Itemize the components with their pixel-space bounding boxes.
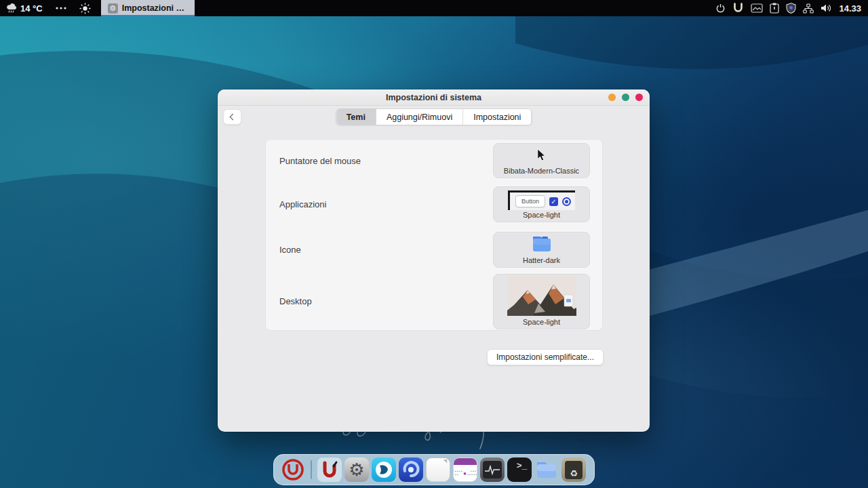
screenshot-icon (751, 3, 763, 13)
weather-temp: 14 °C (20, 3, 43, 14)
window-title: Impostazioni di sistema (386, 93, 481, 102)
application-theme-card[interactable]: Button ✓ Space-light (493, 186, 590, 222)
desktop: 14 °C ⚙ Impostazioni di... (0, 0, 868, 488)
taskbar-item-settings[interactable]: ⚙ Impostazioni di... (101, 0, 195, 16)
system-monitor-icon[interactable] (480, 458, 505, 482)
window-nav-row: Temi Aggiungi/Rimuovi Impostazioni (218, 106, 650, 138)
minimize-button[interactable] (608, 94, 616, 101)
icon-theme-name: Hatter-dark (523, 256, 560, 264)
preview-checkbox-icon: ✓ (549, 197, 558, 206)
network-status[interactable] (800, 0, 817, 16)
tab-bar: Temi Aggiungi/Rimuovi Impostazioni (336, 108, 532, 125)
icon-theme-card[interactable]: Hatter-dark (493, 232, 590, 268)
folder-icon (530, 235, 553, 253)
brightness-control[interactable] (73, 0, 97, 16)
volume-control[interactable] (817, 0, 835, 16)
security-status[interactable] (783, 0, 800, 16)
dots-menu[interactable] (49, 0, 73, 16)
calendar-grid: ••••••••●••••••••• (453, 465, 477, 481)
document-icon[interactable] (426, 458, 450, 482)
application-theme-name: Space-light (523, 211, 560, 219)
clipboard-status[interactable] (766, 0, 783, 16)
power-icon (715, 3, 726, 14)
tab-temi[interactable]: Temi (336, 109, 376, 125)
widget-preview: Button ✓ (508, 190, 575, 210)
settings-window: Impostazioni di sistema Temi Aggiungi/Ri… (218, 89, 650, 432)
maximize-button[interactable] (622, 94, 629, 101)
volume-icon (821, 3, 832, 13)
dots-menu-icon (55, 6, 67, 10)
cursor-icon (536, 148, 547, 162)
browser-icon[interactable] (372, 458, 396, 482)
menubar-tray: 14.33 (712, 0, 868, 16)
setting-row-applications: Applicazioni Button ✓ Space-light (266, 182, 602, 226)
network-icon (803, 3, 814, 14)
clipboard-icon (770, 3, 779, 14)
gear-icon: ⚙ (108, 3, 118, 14)
setting-row-icons: Icone Hatter-dark (266, 226, 602, 272)
back-button[interactable] (223, 109, 241, 125)
window-controls (608, 89, 643, 105)
brightness-icon (79, 3, 91, 14)
tab-impostazioni[interactable]: Impostazioni (463, 109, 531, 125)
theme-settings-panel: Puntatore del mouse Bibata-Modern-Classi… (265, 139, 603, 331)
preview-radio-icon (562, 197, 571, 206)
screenshot-tool[interactable] (747, 0, 766, 16)
weather-widget[interactable]: 14 °C (0, 0, 49, 16)
tab-aggiungi-rimuovi[interactable]: Aggiungi/Rimuovi (376, 109, 463, 125)
menubar-left: 14 °C ⚙ Impostazioni di... (0, 0, 195, 16)
taskbar-item-label: Impostazioni di... (122, 3, 188, 13)
chevron-left-icon (230, 114, 237, 121)
close-button[interactable] (635, 94, 643, 101)
shield-icon (786, 3, 796, 14)
clock[interactable]: 14.33 (835, 3, 868, 14)
dock: ⚙ ••••••••●••••••••• (273, 454, 595, 485)
terminal-icon[interactable]: >_ (507, 458, 532, 482)
recycle-icon: ♻ (565, 461, 583, 479)
system-settings-icon[interactable]: ⚙ (344, 458, 369, 482)
setting-label: Icone (279, 245, 301, 255)
dock-separator (311, 460, 312, 479)
window-titlebar[interactable]: Impostazioni di sistema (218, 89, 650, 106)
cursor-theme-card[interactable]: Bibata-Modern-Classic (493, 143, 590, 178)
distro-indicator[interactable] (729, 0, 747, 16)
setting-label: Applicazioni (279, 199, 326, 209)
setting-row-mouse-pointer: Puntatore del mouse Bibata-Modern-Classi… (266, 140, 602, 182)
top-menu-bar: 14 °C ⚙ Impostazioni di... (0, 0, 868, 16)
active-task-indicator (101, 15, 195, 16)
mail-icon[interactable] (399, 458, 423, 482)
setting-row-desktop: Desktop (266, 272, 602, 330)
calendar-icon[interactable]: ••••••••●••••••••• (453, 458, 477, 482)
distro-u-icon (732, 3, 744, 14)
file-manager-icon[interactable] (534, 458, 559, 482)
simplified-settings-button[interactable]: Impostazioni semplificate... (487, 349, 604, 365)
cursor-theme-name: Bibata-Modern-Classic (504, 167, 579, 175)
wallpaper-thumbnail (507, 277, 576, 316)
red-u-app-icon[interactable] (317, 458, 342, 482)
desktop-theme-name: Space-light (523, 318, 560, 326)
setting-label: Desktop (279, 296, 312, 306)
desktop-theme-card[interactable]: Space-light (493, 274, 590, 329)
trash-icon[interactable]: ♻ (561, 458, 586, 482)
power-button[interactable] (712, 0, 729, 16)
calendar-header (454, 458, 477, 465)
unity-logo-icon[interactable] (281, 458, 305, 482)
preview-button: Button (515, 195, 545, 207)
weather-icon (6, 3, 18, 14)
setting-label: Puntatore del mouse (279, 156, 361, 166)
